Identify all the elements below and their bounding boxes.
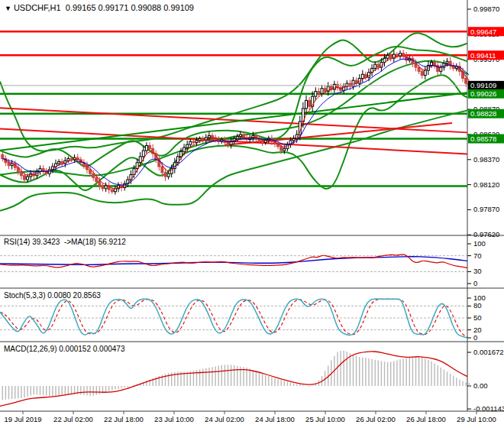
candle-bearish <box>337 84 339 87</box>
candle-bullish <box>374 64 376 68</box>
time-axis-label: 25 Jul 10:00 <box>305 415 345 423</box>
candle-bullish <box>199 138 201 141</box>
candle-bullish <box>424 70 426 76</box>
candle-bullish <box>183 148 186 151</box>
candle-bearish <box>70 158 73 159</box>
candle-bullish <box>27 177 29 180</box>
candle-bearish <box>102 186 104 189</box>
time-axis-label: 26 Jul 02:00 <box>356 415 396 423</box>
rsi-indicator-label: RSI(14) 39.3423 ->MA(18) 56.9212 <box>4 238 126 246</box>
candle-bullish <box>431 63 433 66</box>
candle-bullish <box>186 144 189 148</box>
candle-bearish <box>434 63 436 66</box>
trading-chart-window: ▼USDCHF,H1 0.99165 0.99171 0.99088 0.991… <box>0 0 504 428</box>
badge-text: 0.99026 <box>470 89 496 98</box>
candle-bullish <box>58 161 60 164</box>
candle-bullish <box>136 163 138 169</box>
time-axis-label: 24 Jul 18:00 <box>255 415 295 423</box>
candle-bearish <box>2 154 4 158</box>
badge-text: 0.98578 <box>470 135 496 143</box>
rsi-tick-label: 70 <box>473 251 482 260</box>
candle-bearish <box>421 71 423 75</box>
candle-bullish <box>321 89 323 94</box>
candle-bearish <box>164 173 166 177</box>
candle-bullish <box>283 148 286 151</box>
candle-bullish <box>305 100 308 108</box>
symbol-dropdown-arrow-icon[interactable]: ▼ <box>5 5 11 12</box>
candle-bullish <box>292 138 295 141</box>
candle-bearish <box>389 55 392 58</box>
stoch-tick-label: 0 <box>473 333 477 342</box>
rsi-tick-label: 100 <box>473 239 486 248</box>
time-axis-label: 22 Jul 18:00 <box>104 415 144 423</box>
candle-bearish <box>418 67 420 71</box>
candle-bearish <box>42 169 44 171</box>
candle-bearish <box>8 163 10 166</box>
candle-bullish <box>167 173 170 177</box>
candle-bearish <box>161 167 163 173</box>
candle-bearish <box>280 147 283 151</box>
candle-bullish <box>195 141 198 143</box>
rsi-tick-label: 0 <box>473 279 477 287</box>
candle-bearish <box>377 64 380 67</box>
candle-bearish <box>309 100 311 106</box>
candle-bullish <box>386 55 389 58</box>
stoch-tick-label: 100 <box>473 293 486 302</box>
candle-bearish <box>92 173 95 177</box>
badge-text: 0.99647 <box>470 28 496 36</box>
time-axis-label: 22 Jul 02:00 <box>53 415 93 423</box>
macd-tick-label: 0.00 <box>473 381 488 390</box>
stoch-tick-label: 20 <box>473 326 482 334</box>
stoch-tick-label: 50 <box>473 313 482 322</box>
candle-bullish <box>105 186 107 189</box>
candle-bearish <box>340 87 342 90</box>
candle-bearish <box>324 89 326 92</box>
macd-tick-label: -0.001143 <box>473 404 504 413</box>
chart-title: ▼USDCHF,H1 0.99165 0.99171 0.99088 0.991… <box>5 3 194 12</box>
candle-bearish <box>364 74 367 77</box>
candle-bearish <box>192 141 195 142</box>
price-tick-label: 0.98120 <box>473 180 499 189</box>
candle-bearish <box>261 141 263 143</box>
candle-bearish <box>212 135 214 138</box>
candle-bearish <box>465 79 467 84</box>
price-tick-label: 0.98370 <box>473 155 499 164</box>
candle-bearish <box>227 142 229 144</box>
candle-bearish <box>61 161 63 164</box>
candle-bullish <box>264 141 267 143</box>
time-axis-label: 19 Jul 2019 <box>4 415 41 423</box>
time-axis-label: 26 Jul 18:00 <box>406 415 446 423</box>
time-axis-label: 23 Jul 10:00 <box>154 415 194 423</box>
candle-bullish <box>189 141 192 144</box>
badge-text: 0.98828 <box>470 109 496 118</box>
stoch-indicator-label: Stoch(5,3,3) 0.0080 20.8563 <box>4 291 101 300</box>
candle-bullish <box>145 145 147 151</box>
candle-bullish <box>446 61 448 63</box>
time-axis-label: 29 Jul 10:00 <box>457 415 496 423</box>
candle-bullish <box>67 158 69 160</box>
candle-bearish <box>95 177 98 181</box>
price-tick-label: 0.97870 <box>473 205 499 213</box>
symbol-ohlc-text: USDCHF,H1 0.99165 0.99171 0.99088 0.9910… <box>14 3 194 12</box>
candle-bullish <box>239 135 241 137</box>
chart-canvas[interactable]: 0.998700.996200.993700.991200.988700.986… <box>0 0 504 428</box>
time-axis-label: 24 Jul 02:00 <box>205 415 244 423</box>
badge-text: 0.99411 <box>470 51 496 60</box>
rsi-tick-label: 30 <box>473 267 482 275</box>
candle-bullish <box>11 164 13 166</box>
macd-tick-label: 0.001672 <box>473 348 504 356</box>
candle-bearish <box>149 145 151 148</box>
price-tick-label: 0.97620 <box>473 230 499 238</box>
price-tick-label: 0.99870 <box>473 5 499 13</box>
candle-bearish <box>24 176 26 180</box>
stoch-tick-label: 80 <box>473 301 482 310</box>
candle-bullish <box>315 92 317 97</box>
candle-bullish <box>180 151 183 157</box>
candle-bearish <box>111 190 113 192</box>
candle-bullish <box>142 151 144 157</box>
candle-bullish <box>114 189 116 192</box>
candle-bullish <box>208 135 210 138</box>
macd-indicator-label: MACD(12,26,9) 0.000152 0.000473 <box>4 345 124 353</box>
candle-bearish <box>318 92 320 94</box>
candle-bullish <box>139 157 141 163</box>
